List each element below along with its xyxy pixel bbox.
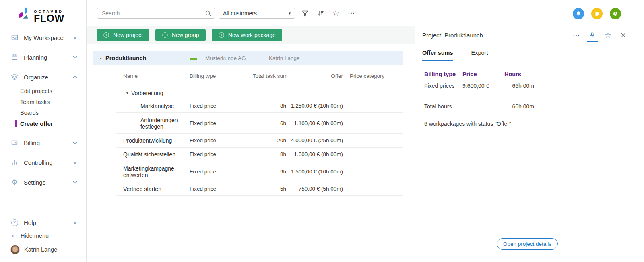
organize-sublist: Edit projects Team tasks Boards Create o…: [0, 85, 86, 129]
close-icon[interactable]: [620, 32, 626, 38]
billing-type-cell: Fixed price: [190, 103, 252, 109]
group-name: Vorbereitung: [131, 90, 163, 96]
sidebar-nav: My Workspace Planning Organize Edit proj…: [0, 32, 86, 262]
sidebar-item-controlling[interactable]: Controlling: [0, 157, 86, 168]
more-options-icon[interactable]: ⋯: [573, 32, 580, 39]
table-row-group[interactable]: ▾Vorbereitung: [116, 87, 403, 99]
chevron-down-icon: [73, 161, 77, 164]
favorite-icon[interactable]: ☆: [332, 9, 339, 17]
status-pill: [190, 58, 197, 60]
sidebar-item-my-workspace[interactable]: My Workspace: [0, 32, 86, 43]
pin-icon[interactable]: [589, 32, 596, 39]
more-options-icon[interactable]: ⋯: [348, 10, 355, 17]
sidebar-spacer: [0, 188, 86, 217]
plus-icon: [103, 32, 109, 38]
sums-billing-type: Fixed prices: [424, 83, 462, 89]
task-name: Produktentwicklung: [123, 137, 190, 144]
table-row[interactable]: Anforderungen festlegen Fixed price 6h 1…: [116, 113, 403, 134]
sums-price: 9.600,00 €: [462, 83, 495, 89]
sums-header-hours: Hours: [495, 71, 534, 77]
note-icon: [594, 11, 600, 17]
chevron-down-icon: [73, 56, 77, 59]
table-row[interactable]: Vertrieb starten Fixed price 5h 750,00 €…: [116, 182, 403, 196]
new-work-package-button[interactable]: New work package: [212, 29, 282, 41]
sidebar-item-label: Settings: [24, 179, 45, 186]
new-group-button[interactable]: New group: [155, 29, 206, 41]
billing-type-cell: Fixed price: [190, 151, 252, 157]
time-tracking-button[interactable]: [610, 8, 621, 19]
sidebar-item-label: Controlling: [24, 159, 53, 166]
tab-export[interactable]: Export: [471, 44, 488, 61]
collapse-icon[interactable]: ▾: [126, 91, 128, 95]
open-project-details-button[interactable]: Open project details: [497, 238, 558, 250]
help-icon: ?: [10, 219, 19, 226]
sidebar-item-boards[interactable]: Boards: [0, 107, 86, 118]
tab-label: Offer sums: [422, 50, 453, 56]
new-project-button[interactable]: New project: [97, 29, 149, 41]
sidebar-item-billing[interactable]: Billing: [0, 137, 86, 148]
chevron-left-icon: [12, 234, 15, 238]
notes-button[interactable]: [591, 8, 603, 19]
sort-icon[interactable]: [317, 10, 324, 17]
sub-item-label: Create offer: [20, 121, 53, 127]
sums-data-row: Fixed prices 9.600,00 € 66h 00m: [424, 79, 644, 93]
button-label: New project: [113, 32, 143, 38]
table-row[interactable]: Marktanalyse Fixed price 8h 1.250,00 € (…: [116, 99, 403, 113]
sidebar-user[interactable]: Katrin Lange: [0, 244, 86, 255]
sidebar: OCTAVED FLOW My Workspace Planning Organ…: [0, 0, 87, 262]
offer-cell: 1.500,00 € (10h 00m): [288, 168, 345, 175]
total-task-sum-cell: 20h: [252, 137, 288, 143]
total-hours-row: Total hours 66h 00m: [424, 98, 644, 115]
sidebar-item-hide-menu[interactable]: Hide menu: [0, 231, 86, 241]
notifications-button[interactable]: [573, 8, 584, 19]
filter-icon[interactable]: [301, 10, 309, 17]
offer-cell: 1.100,00 € (8h 00m): [288, 120, 345, 126]
sidebar-item-help[interactable]: ? Help: [0, 217, 86, 228]
sums-header-row: Billing type Price Hours: [424, 69, 644, 79]
search-input[interactable]: [97, 8, 215, 18]
brand-flow: FLOW: [34, 14, 64, 23]
table-row[interactable]: Produktentwicklung Fixed price 20h 4.000…: [116, 134, 403, 148]
wallet-icon: [10, 139, 19, 146]
inbox-icon: [10, 34, 19, 41]
plus-icon: [218, 32, 225, 38]
project-row[interactable]: ▾ Produktlaunch Musterkunde AG Katrin La…: [93, 51, 403, 65]
sidebar-item-settings[interactable]: ⚙ Settings: [0, 177, 86, 188]
chevron-down-icon: [73, 36, 77, 39]
sums-hours: 66h 00m: [495, 83, 534, 89]
table-row[interactable]: Marketingkampagne entwerfen Fixed price …: [116, 161, 403, 182]
sidebar-item-edit-projects[interactable]: Edit projects: [0, 85, 86, 96]
total-task-sum-cell: 8h: [252, 151, 288, 157]
total-task-sum-cell: 8h: [252, 103, 288, 109]
calendar-icon: [10, 54, 19, 61]
tab-offer-sums[interactable]: Offer sums: [422, 44, 453, 61]
favorite-icon[interactable]: ☆: [605, 31, 611, 39]
chevron-down-icon: [73, 221, 77, 224]
topbar: All customers ▾ ☆ ⋯: [87, 0, 644, 26]
sidebar-item-team-tasks[interactable]: Team tasks: [0, 96, 86, 107]
sidebar-item-label: Organize: [24, 74, 48, 81]
hide-menu-label: Hide menu: [21, 233, 49, 239]
sidebar-item-planning[interactable]: Planning: [0, 52, 86, 63]
panel-header: Project: Produktlaunch ⋯ ☆: [415, 26, 644, 44]
table-row[interactable]: Qualität sicherstellen Fixed price 8h 1.…: [116, 148, 403, 161]
total-task-sum-cell: 6h: [252, 120, 288, 126]
offer-cell: 1.250,00 € (10h 00m): [288, 103, 345, 109]
panel-title: Project: Produktlaunch: [422, 32, 483, 39]
topbar-icons: ☆ ⋯: [301, 8, 355, 19]
sidebar-item-label: Planning: [24, 54, 47, 61]
sidebar-item-label: Billing: [24, 139, 40, 146]
flow-logo-icon: [17, 6, 31, 23]
project-customer: Musterkunde AG: [205, 55, 269, 61]
details-panel: Project: Produktlaunch ⋯ ☆ Offer sums Ex…: [415, 26, 644, 262]
task-name: Vertrieb starten: [123, 186, 190, 192]
customer-filter-select[interactable]: All customers ▾: [219, 8, 295, 19]
status-note: 6 workpackages with status "Offer": [424, 121, 644, 127]
sidebar-item-create-offer[interactable]: Create offer: [0, 118, 86, 129]
plus-icon: [162, 32, 168, 38]
sidebar-item-organize[interactable]: Organize: [0, 71, 86, 83]
collapse-icon[interactable]: ▾: [100, 56, 105, 60]
total-hours-value: 66h 00m: [495, 103, 534, 110]
column-header-total-task-sum: Total task sum: [252, 72, 288, 81]
app-logo[interactable]: OCTAVED FLOW: [17, 6, 86, 23]
